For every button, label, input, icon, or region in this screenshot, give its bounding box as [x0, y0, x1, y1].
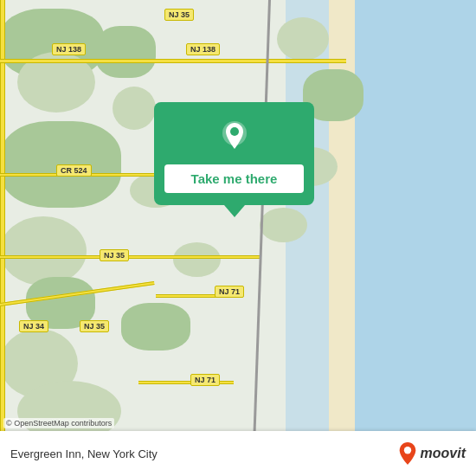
- road-label-nj138-left: NJ 138: [52, 43, 86, 55]
- moovit-brand-text: moovit: [421, 446, 466, 461]
- svg-point-1: [230, 127, 239, 136]
- map-container: NJ 35 NJ 138 NJ 138 CR 524 NJ 35 NJ 71 N…: [0, 0, 476, 476]
- land-patch: [173, 242, 221, 277]
- land-patch: [95, 26, 156, 78]
- land-patch: [0, 216, 87, 286]
- road-label-nj71-lower: NJ 71: [190, 374, 220, 386]
- popup-triangle: [224, 205, 245, 217]
- map-attribution: © OpenStreetMap contributors: [3, 418, 114, 428]
- location-pin-icon: [215, 118, 254, 156]
- location-label: Evergreen Inn, New York City: [10, 447, 398, 460]
- road-label-nj138-right: NJ 138: [186, 43, 220, 55]
- popup-icon-area: [154, 102, 314, 164]
- road-label-cr524: CR 524: [56, 164, 92, 177]
- take-me-there-button[interactable]: Take me there: [164, 164, 304, 193]
- land-patch: [260, 208, 307, 242]
- popup-card: Take me there: [154, 102, 314, 205]
- map-background: NJ 35 NJ 138 NJ 138 CR 524 NJ 35 NJ 71 N…: [0, 0, 476, 476]
- road-nj138: [0, 59, 346, 63]
- land-patch: [277, 17, 329, 61]
- svg-point-2: [403, 447, 410, 453]
- road-label-nj34: NJ 34: [19, 320, 48, 332]
- land-patch: [113, 87, 156, 130]
- moovit-pin-icon: [398, 442, 417, 465]
- bottom-bar: Evergreen Inn, New York City moovit: [0, 431, 476, 476]
- land-patch: [121, 303, 190, 351]
- road-nj35-lower: [0, 255, 260, 259]
- moovit-logo: moovit: [398, 442, 466, 465]
- road-label-nj35-top: NJ 35: [164, 9, 194, 21]
- road-nj35-vertical: [0, 0, 5, 476]
- road-label-nj35-lower: NJ 35: [80, 320, 109, 332]
- road-label-nj35-mid: NJ 35: [100, 249, 129, 261]
- road-label-nj71-upper: NJ 71: [215, 286, 244, 298]
- ocean-water: [355, 0, 476, 476]
